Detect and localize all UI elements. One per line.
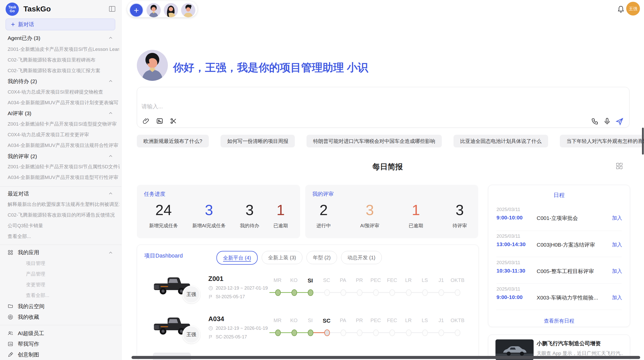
sidebar-item[interactable]: C0X4-动力总成开发项目工程变更评审	[8, 131, 120, 138]
recent-chat-item[interactable]: C02-飞腾新能源轻客改款项目的闭环通告反馈情况	[8, 212, 120, 218]
add-session-button[interactable]: +	[129, 3, 143, 17]
join-button[interactable]: 加入	[612, 268, 622, 275]
sidebar-collapse-icon[interactable]	[108, 5, 116, 13]
vertical-scrollbar[interactable]	[642, 128, 644, 155]
recent-view-all[interactable]: 查看全部...	[8, 233, 120, 239]
send-icon[interactable]	[616, 117, 624, 126]
suggestion-chip[interactable]: 欧洲新规最近颁布了什么?	[137, 135, 209, 147]
suggestion-chip[interactable]: 如何写一份清晰的项目周报	[221, 135, 295, 147]
app-item-change[interactable]: 变更管理	[26, 281, 112, 288]
stat-in-progress: 2进行中	[316, 200, 331, 229]
milestone-dot	[357, 289, 362, 296]
sidebar-item[interactable]: Z001-全新燃油皮卡产品开发项目SI节点Lesson Learn报告	[8, 46, 120, 52]
project-dashboard-card: 项目Dashboard 全新平台 (4) 全新上装 (3) 年型 (2) 动总开…	[137, 245, 479, 360]
view-all-schedule-link[interactable]: 查看所有日程	[488, 318, 630, 324]
new-chat-button[interactable]: 新对话	[6, 19, 115, 30]
stat-pending-review: 3待评审	[452, 200, 467, 229]
app-item-project[interactable]: 项目管理	[26, 260, 112, 266]
milestone-dot	[373, 289, 379, 296]
chevron-up-icon[interactable]	[108, 110, 113, 116]
chevron-up-icon[interactable]	[108, 78, 113, 84]
divider	[0, 325, 121, 325]
filter-powertrain[interactable]: 动总开发 (1)	[341, 251, 382, 264]
layout-grid-icon[interactable]	[616, 162, 623, 170]
task-progress-card: 任务进度 24新增完成任务 3新增AI完成任务 3我的待办 1已逾期	[137, 185, 300, 238]
milestone-dot-done	[275, 289, 281, 296]
chevron-up-icon[interactable]	[108, 250, 113, 256]
join-button[interactable]: 加入	[612, 241, 622, 248]
event-time: 10:30-11:30	[496, 268, 525, 274]
sidebar-item[interactable]: C02-飞腾新能源轻客改款项目里程碑画布	[8, 57, 120, 63]
sidebar-item[interactable]: C0X4-动力总成开发项目SI里程碑提交物检查	[8, 89, 120, 95]
project-flag-milestone: SI-2025-05-17	[208, 294, 245, 299]
milestone-dot	[389, 289, 395, 296]
project-code: Z001	[208, 275, 223, 283]
milestone-dot	[455, 329, 460, 336]
screenshot-scissors-icon[interactable]	[170, 117, 177, 125]
chevron-up-icon[interactable]	[108, 191, 113, 196]
project-date-range: 2023-12-19 ~ 2027-01-19	[208, 286, 268, 291]
attach-file-icon[interactable]	[142, 117, 150, 125]
notifications-bell-icon[interactable]	[617, 5, 625, 14]
microphone-icon[interactable]	[603, 117, 611, 125]
milestone-dot-done	[291, 289, 297, 296]
event-date: 2025/03/11	[496, 207, 520, 212]
join-button[interactable]: 加入	[612, 215, 622, 221]
app-view-all[interactable]: 查看全部...	[26, 292, 112, 298]
horizontal-scrollbar[interactable]	[131, 356, 640, 359]
avatar[interactable]	[164, 3, 178, 17]
section-my-review[interactable]: 我的评审 (2)	[8, 153, 104, 159]
sidebar-item[interactable]: A034-全新新能源MUV产品开发项目造型可行性评审	[8, 174, 120, 180]
section-recent-chats[interactable]: 最近对话	[8, 190, 104, 197]
section-my-todo[interactable]: 我的待办 (2)	[8, 78, 104, 84]
suggestion-chip[interactable]: 比亚迪全固态电池计划具体说了什么	[453, 135, 548, 147]
insert-image-icon[interactable]	[156, 117, 163, 125]
filter-all-new-platform[interactable]: 全新平台 (4)	[216, 251, 258, 265]
help-write-label: 帮我写作	[18, 340, 39, 348]
sidebar-item-creative-draw[interactable]: 创意制图	[8, 351, 114, 358]
sidebar-item-favorites[interactable]: 我的收藏	[8, 313, 114, 321]
user-avatar[interactable]: 王强	[626, 2, 640, 16]
pen-icon	[8, 352, 13, 357]
milestone-dot	[357, 329, 362, 336]
sidebar-item[interactable]: C02-飞腾新能源轻客改款项目立项汇报方案	[8, 67, 120, 73]
cloud-space-icon	[8, 304, 13, 309]
user-name: 王强	[629, 6, 637, 12]
section-agent-done[interactable]: Agent已办 (3)	[8, 35, 104, 41]
section-ai-review[interactable]: AI评审 (3)	[8, 110, 104, 116]
stat-ai-prereview: 3AI预评审	[360, 200, 379, 229]
recent-chat-item[interactable]: 公司Q3轻卡销量	[8, 222, 120, 229]
avatar[interactable]	[147, 3, 161, 17]
sidebar-item[interactable]: Z001-全新燃油轻卡产品开发项目SI节点属性5D文件评审	[8, 163, 120, 170]
event-title: C001-立项审批会	[537, 215, 600, 222]
sidebar-item-cloud-space[interactable]: 我的云空间	[8, 303, 114, 310]
stat-new-ai-done: 3新增AI完成任务	[192, 200, 226, 229]
app-item-product[interactable]: 产品管理	[26, 271, 112, 277]
assistant-avatar	[137, 50, 168, 81]
chat-input[interactable]	[137, 87, 630, 128]
sidebar-item-my-apps[interactable]: 我的应用	[8, 249, 114, 256]
chevron-up-icon[interactable]	[108, 153, 113, 159]
sidebar-item[interactable]: Z001-全新燃油轻卡产品开发项目SI造型提交物评审	[8, 121, 120, 127]
filter-new-body[interactable]: 全新上装 (3)	[262, 251, 302, 264]
suggestion-chip[interactable]: 当下年轻人对汽车外观有怎样的喜好趋势	[560, 135, 644, 147]
milestone-timeline: MRKOSISCPAPRPECFECLRLSJ1OKTB	[269, 318, 466, 343]
sidebar-item[interactable]: A034-全新新能源MUV产品开发项目计划变更表编写	[8, 99, 120, 106]
suggestion-chip[interactable]: 特朗普可能对进口汽车增税会对中国车企造成哪些影响	[306, 135, 442, 147]
join-button[interactable]: 加入	[612, 294, 622, 301]
project-flag-milestone: SC-2025-05-17	[208, 334, 247, 340]
milestone-dot	[341, 329, 346, 336]
plus-icon	[10, 22, 16, 27]
filter-model-year[interactable]: 年型 (2)	[306, 251, 337, 264]
event-date: 2025/03/11	[496, 260, 520, 265]
chevron-up-icon[interactable]	[108, 35, 113, 41]
milestone-dot	[373, 329, 379, 336]
sidebar-item[interactable]: A034-全新新能源MUV产品开发项目法规符合性评审	[8, 142, 120, 148]
event-title: X003-车辆动力学性能验...	[537, 294, 600, 301]
project-owner-badge: 王强	[182, 286, 200, 303]
avatar[interactable]	[181, 3, 195, 17]
voice-call-icon[interactable]	[591, 117, 599, 125]
recent-chat-item[interactable]: 解释最新出台的欧盟报废车法规再生塑料比例被调至15%...	[8, 201, 120, 207]
sidebar-item-ai-staff[interactable]: AI超级员工	[8, 330, 114, 337]
sidebar-item-help-write[interactable]: 帮我写作	[8, 340, 114, 348]
